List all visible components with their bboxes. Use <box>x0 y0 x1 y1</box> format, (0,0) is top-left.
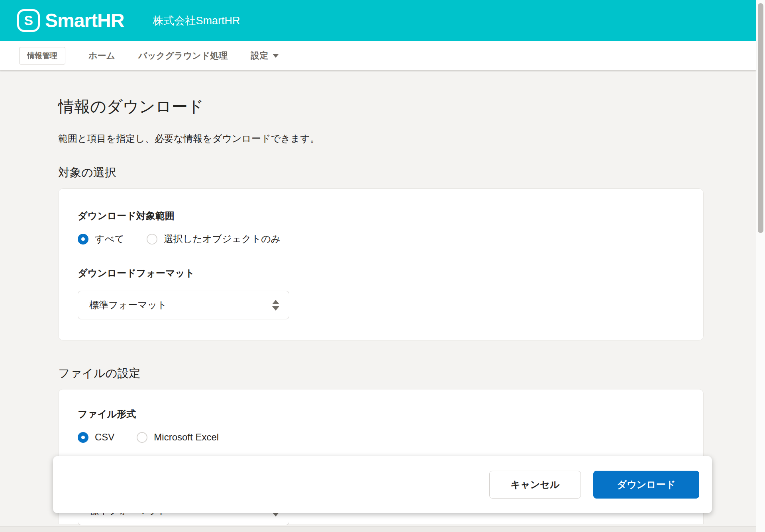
download-format-label: ダウンロードフォーマット <box>78 266 684 280</box>
vertical-scrollbar-thumb[interactable] <box>758 3 763 233</box>
file-type-radio-group: CSV Microsoft Excel <box>78 430 684 444</box>
download-range-label: ダウンロード対象範囲 <box>78 209 684 223</box>
nav-item-home[interactable]: ホーム <box>88 50 115 62</box>
app-nav: 情報管理 ホーム バックグラウンド処理 設定 <box>0 41 756 70</box>
radio-option-selected-objects[interactable]: 選択したオブジェクトのみ <box>147 232 281 246</box>
radio-option-all-label: すべて <box>95 232 124 246</box>
nav-item-background-jobs[interactable]: バックグラウンド処理 <box>138 50 228 62</box>
vertical-scrollbar[interactable] <box>756 0 765 532</box>
company-name: 株式会社SmartHR <box>153 14 240 28</box>
nav-item-settings[interactable]: 設定 <box>251 50 279 62</box>
nav-item-settings-label: 設定 <box>251 50 268 62</box>
page-scroll-area: S SmartHR 株式会社SmartHR 情報管理 ホーム バックグラウンド処… <box>0 0 756 532</box>
viewport-bottom-edge <box>0 526 756 532</box>
page-lead: 範囲と項目を指定し、必要な情報をダウンロードできます。 <box>58 132 704 145</box>
radio-option-selected-objects-label: 選択したオブジェクトのみ <box>164 232 281 246</box>
radio-selected-icon[interactable] <box>78 234 88 244</box>
radio-option-csv-label: CSV <box>95 430 114 444</box>
radio-selected-icon[interactable] <box>78 432 88 443</box>
cancel-button[interactable]: キャンセル <box>489 471 581 499</box>
app-window: S SmartHR 株式会社SmartHR 情報管理 ホーム バックグラウンド処… <box>0 0 765 532</box>
target-selection-card: ダウンロード対象範囲 すべて 選択したオブジェクトのみ ダウンロードフォーマット… <box>58 188 704 340</box>
download-format-select[interactable]: 標準フォーマット <box>78 291 289 319</box>
radio-unselected-icon[interactable] <box>137 432 147 443</box>
radio-option-all[interactable]: すべて <box>78 232 124 246</box>
floating-action-bar: キャンセル ダウンロード <box>53 456 712 513</box>
radio-option-excel[interactable]: Microsoft Excel <box>137 430 219 444</box>
nav-current-app-chip[interactable]: 情報管理 <box>19 47 65 65</box>
page-title: 情報のダウンロード <box>58 70 704 116</box>
file-type-label: ファイル形式 <box>78 407 684 421</box>
section-heading-file: ファイルの設定 <box>58 365 704 381</box>
smarthr-logo-text: SmartHR <box>45 10 124 31</box>
section-heading-target: 対象の選択 <box>58 164 704 180</box>
select-arrows-icon <box>272 300 279 311</box>
smarthr-logo[interactable]: S SmartHR <box>17 9 124 32</box>
download-format-select-value: 標準フォーマット <box>89 299 167 311</box>
download-range-radio-group: すべて 選択したオブジェクトのみ <box>78 232 684 246</box>
radio-option-csv[interactable]: CSV <box>78 430 114 444</box>
app-header: S SmartHR 株式会社SmartHR <box>0 0 756 41</box>
radio-option-excel-label: Microsoft Excel <box>154 430 219 444</box>
download-button[interactable]: ダウンロード <box>593 471 699 499</box>
smarthr-logo-icon: S <box>17 9 40 32</box>
chevron-down-icon <box>273 54 279 58</box>
radio-unselected-icon[interactable] <box>147 234 157 244</box>
